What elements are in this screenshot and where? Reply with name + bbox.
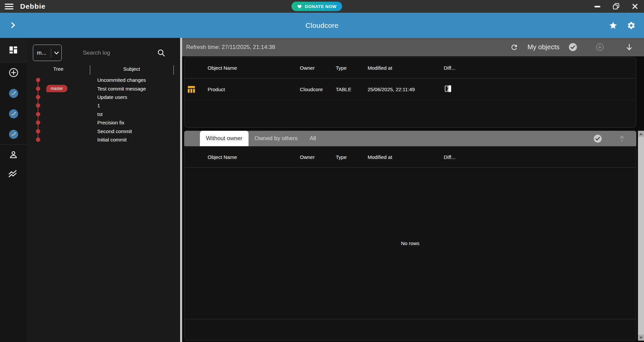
ownership-panel: Object Name Owner Type Modified at Diff.… [184, 146, 636, 341]
object-type: TABLE [336, 87, 368, 92]
tab-owned-by-others[interactable]: Owned by others [249, 131, 304, 146]
restore-icon[interactable] [612, 3, 620, 10]
column-divider [173, 65, 174, 75]
col-type: Type [336, 65, 368, 71]
tab-without-owner[interactable]: Without owner [200, 131, 249, 146]
object-row[interactable]: Product Cloudcore TABLE 25/06/2025, 22:1… [184, 78, 636, 100]
donate-now-button[interactable]: DONATE NOW [291, 2, 342, 11]
refresh-icon[interactable] [510, 43, 519, 52]
workspace-avatar-icon[interactable] [9, 109, 18, 118]
commit-dot [36, 103, 40, 108]
col-diff: Diff... [444, 65, 636, 71]
scroll-up-icon[interactable] [638, 131, 644, 137]
col-diff: Diff... [444, 154, 636, 160]
app-window: Debbie DONATE NOW Cloudcore [0, 0, 644, 342]
col-owner: Owner [300, 65, 336, 71]
objects-panel-title: My objects [527, 43, 559, 51]
commit-row[interactable]: tst [27, 110, 180, 118]
commit-subject: tst [90, 111, 103, 117]
vertical-scrollbar[interactable] [638, 131, 644, 341]
col-modified-at: Modified at [368, 154, 444, 160]
commit-subject: Update users [90, 94, 127, 100]
commit-dot [36, 95, 40, 99]
search-log-input[interactable] [77, 50, 158, 56]
col-type: Type [336, 154, 368, 160]
branch-badge[interactable]: master [46, 85, 67, 92]
workspace-avatar-icon[interactable] [9, 89, 18, 98]
commit-dot [36, 87, 40, 91]
branch-dropdown-value: m... [37, 50, 51, 56]
scroll-down-icon[interactable] [638, 335, 644, 341]
app-logo: Debbie [20, 2, 46, 10]
objects-toolbar: Refresh time: 27/11/2025, 21:14:38 My ob… [182, 38, 644, 56]
column-divider [90, 65, 90, 75]
add-connection-icon[interactable] [9, 68, 18, 77]
table-object-icon [184, 85, 208, 94]
minimize-icon[interactable] [594, 3, 601, 10]
col-object-name: Object Name [208, 154, 300, 160]
tree-column-header: Tree [27, 66, 90, 75]
search-icon[interactable] [157, 49, 166, 57]
col-object-name: Object Name [208, 65, 300, 71]
commit-row[interactable]: Initial commit [27, 135, 180, 144]
col-modified-at: Modified at [368, 65, 444, 71]
ownership-tabs-bar: Without owner Owned by others All [184, 131, 636, 146]
page-title: Cloudcore [0, 21, 644, 30]
commit-dot [36, 78, 40, 82]
hamburger-menu-icon[interactable] [5, 3, 13, 10]
favorite-star-icon[interactable] [608, 21, 618, 30]
table-footer [184, 319, 636, 340]
commit-subject: 1 [90, 103, 100, 108]
commit-dot [36, 137, 40, 142]
donate-now-label: DONATE NOW [305, 4, 336, 9]
subject-column-header: Subject [90, 66, 173, 75]
heart-icon [297, 4, 302, 9]
diff-icon[interactable] [444, 84, 636, 95]
upload-icon[interactable] [618, 134, 626, 143]
select-all-check-icon[interactable] [593, 134, 602, 143]
window-controls [594, 0, 639, 13]
settings-gear-icon[interactable] [627, 21, 636, 30]
dashboard-icon[interactable] [9, 46, 18, 54]
add-object-icon[interactable] [595, 43, 604, 52]
expand-panel-icon[interactable] [9, 21, 17, 30]
commit-row[interactable]: Precision fix [27, 118, 180, 127]
scrollbar-thumb[interactable] [638, 137, 644, 335]
commit-subject: Uncommited changes [90, 77, 146, 83]
app-header: Cloudcore [0, 13, 644, 38]
commit-subject: Second commit [90, 128, 132, 134]
commit-row[interactable]: master Test commit message [27, 84, 180, 93]
close-icon[interactable] [631, 3, 639, 10]
empty-state-label: No rows [401, 240, 419, 246]
commit-row[interactable]: Second commit [27, 127, 180, 135]
branch-dropdown[interactable]: m... [33, 45, 62, 61]
commit-dot [36, 120, 40, 125]
download-icon[interactable] [625, 43, 634, 52]
tab-all[interactable]: All [304, 131, 322, 146]
commit-dot [36, 112, 40, 116]
commit-dot [36, 129, 40, 133]
object-name: Product [208, 87, 300, 92]
commit-subject: Test commit message [90, 86, 146, 92]
commit-subject: Precision fix [90, 120, 124, 125]
col-owner: Owner [300, 154, 336, 160]
dropdown-divider [51, 49, 51, 57]
log-table-header: Tree Subject [27, 66, 180, 75]
ownership-table-header: Object Name Owner Type Modified at Diff.… [184, 147, 636, 168]
select-all-check-icon[interactable] [569, 43, 577, 52]
commit-subject: Initial commit [90, 137, 127, 142]
commit-row[interactable]: 1 [27, 101, 180, 110]
object-modified: 25/06/2025, 22:11:49 [368, 87, 444, 92]
my-objects-panel: Object Name Owner Type Modified at Diff.… [184, 57, 636, 128]
commit-row[interactable]: Uncommited changes [27, 76, 180, 84]
titlebar: Debbie DONATE NOW [0, 0, 644, 13]
activity-trends-icon[interactable] [8, 169, 18, 178]
object-owner: Cloudcore [300, 87, 336, 92]
commit-row[interactable]: Update users [27, 93, 180, 101]
commit-list: Uncommited changes master Test commit me… [27, 76, 180, 144]
workspace-avatar-icon[interactable] [9, 130, 18, 139]
main-content: Refresh time: 27/11/2025, 21:14:38 My ob… [182, 38, 644, 342]
user-profile-icon[interactable] [9, 150, 18, 159]
objects-table-header: Object Name Owner Type Modified at Diff.… [184, 57, 636, 78]
chevron-down-icon [54, 50, 59, 56]
